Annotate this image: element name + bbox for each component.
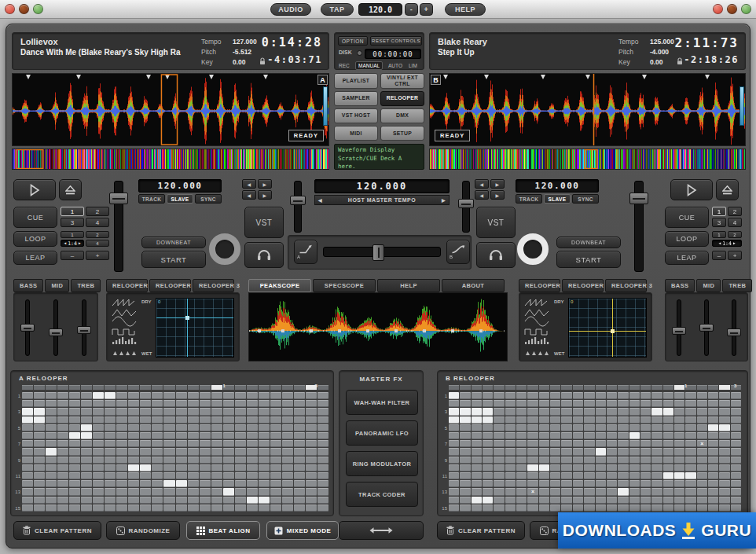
deck-a-xy-pad[interactable]: 0 [156,298,234,358]
loop-length-left-arrow[interactable]: ◀ [718,241,721,245]
step-cell[interactable] [140,504,151,512]
step-cell[interactable] [22,392,33,399]
step-cell[interactable] [176,448,187,455]
step-cell[interactable] [93,424,104,431]
step-cell[interactable] [223,392,234,399]
step-cell[interactable] [505,472,516,479]
audio-button[interactable]: AUDIO [270,3,311,16]
step-cell[interactable] [449,457,459,464]
step-cell[interactable] [516,392,527,399]
step-cell[interactable] [211,408,222,415]
minimize-icon[interactable] [19,4,29,14]
step-cell[interactable] [306,457,317,464]
step-cell[interactable] [505,480,516,487]
step-cell[interactable] [317,416,328,424]
step-cell[interactable] [573,400,583,407]
step-cell[interactable] [596,472,606,479]
step-cell[interactable] [607,457,617,464]
step-cell[interactable] [629,416,640,424]
step-cell[interactable] [584,464,594,471]
step-cell[interactable] [247,408,258,415]
step-cell[interactable] [697,408,707,415]
deck-b-play-button[interactable] [670,179,713,200]
fader-handle[interactable] [672,327,686,335]
step-cell[interactable] [584,400,594,407]
step-cell[interactable] [674,488,684,495]
step-cell[interactable] [663,488,673,495]
step-cell[interactable] [731,472,741,479]
step-cell[interactable] [719,416,729,424]
deck-b-nudge-back-button[interactable]: ◀ [475,179,489,189]
step-cell[interactable] [176,392,187,399]
step-cell[interactable] [494,392,504,399]
step-cell[interactable] [270,464,281,471]
step-cell[interactable] [223,416,234,424]
step-cell[interactable] [317,424,328,431]
step-cell[interactable] [93,480,104,487]
step-cell[interactable] [460,448,470,455]
step-cell[interactable] [128,457,139,464]
step-cell[interactable] [200,440,211,447]
step-cell[interactable] [550,416,560,424]
step-cell[interactable] [317,392,328,399]
step-cell[interactable] [93,432,104,439]
step-cell[interactable] [211,448,222,455]
step-cell[interactable] [731,432,741,439]
step-cell[interactable] [527,497,538,504]
step-cell[interactable] [494,408,504,415]
step-cell[interactable] [539,408,549,415]
step-cell[interactable] [527,392,538,399]
deck-b-bend-fwd-button[interactable]: ▶ [490,190,505,200]
deck-a-bass-fader[interactable] [25,299,30,356]
deck-b-start-button[interactable]: START [556,251,621,268]
step-cell[interactable] [116,488,127,495]
clear-pattern-b-button[interactable]: CLEAR PATTERN [437,521,525,540]
step-cell[interactable] [46,440,57,447]
step-cell[interactable] [140,488,151,495]
step-cell[interactable] [527,464,538,471]
step-cell[interactable] [140,457,151,464]
step-cell[interactable] [235,488,246,495]
step-cell[interactable] [282,400,293,407]
step-cell[interactable] [188,392,199,399]
step-cell[interactable] [596,432,606,439]
step-cell[interactable] [176,504,187,512]
step-cell[interactable] [105,464,116,471]
deck-b-monitor-button[interactable] [476,242,516,268]
step-cell[interactable] [46,400,57,407]
step-cell[interactable] [460,416,470,424]
step-cell[interactable] [539,464,549,471]
step-cell[interactable] [294,392,305,399]
step-cell[interactable] [708,480,718,487]
step-cell[interactable] [128,416,139,424]
step-cell[interactable] [596,392,606,399]
step-cell[interactable] [105,432,116,439]
step-cell[interactable] [294,400,305,407]
step-cell[interactable] [152,457,163,464]
step-cell[interactable] [152,416,163,424]
step-cell[interactable] [247,424,258,431]
step-cell[interactable] [573,472,583,479]
step-cell[interactable] [539,392,549,399]
step-cell[interactable] [539,424,549,431]
step-cell[interactable] [596,488,606,495]
step-cell[interactable] [105,504,116,512]
step-cell[interactable] [596,457,606,464]
step-cell[interactable] [34,480,45,487]
step-cell[interactable] [573,440,583,447]
step-cell[interactable] [81,448,92,455]
step-cell[interactable] [516,472,527,479]
deck-b-mid-fader[interactable] [704,299,709,356]
step-cell[interactable] [550,457,560,464]
step-cell[interactable] [57,464,68,471]
step-cell[interactable] [128,440,139,447]
step-cell[interactable] [22,440,33,447]
step-cell[interactable] [505,488,516,495]
step-cell[interactable] [116,457,127,464]
step-cell[interactable] [584,392,594,399]
step-cell[interactable] [527,400,538,407]
step-cell[interactable] [607,408,617,415]
step-cell[interactable] [317,457,328,464]
tab-treb[interactable]: TREB [722,279,752,292]
step-cell[interactable] [731,448,741,455]
